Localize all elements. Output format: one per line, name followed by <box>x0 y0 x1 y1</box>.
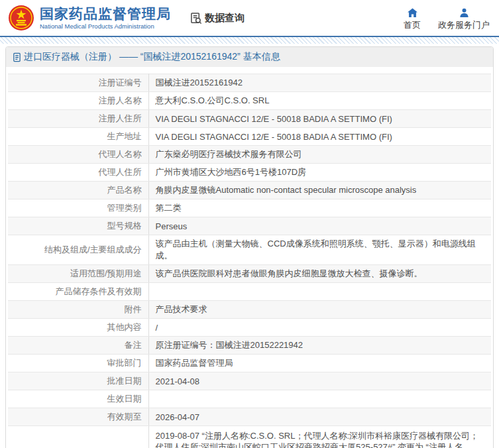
table-row: 备注 原注册证编号：国械注进20152221942 <box>8 337 491 355</box>
person-icon <box>459 6 469 18</box>
content-panel: 进口医疗器械（注册） —— “国械注进20152161942” 基本信息 注册证… <box>5 46 494 448</box>
home-label: 首页 <box>404 20 421 30</box>
table-row: 注册人住所 VIA DEGLI STAGNACCI 12/E - 50018 B… <box>8 110 491 128</box>
row-value: 国械注进20152161942 <box>148 74 491 92</box>
row-label: 管理类别 <box>8 199 148 217</box>
table-row: 管理类别 第二类 <box>8 199 491 217</box>
row-label: 注册人名称 <box>8 92 148 110</box>
row-value: 国家药品监督管理局 <box>148 355 491 372</box>
row-value: 2021-04-08 <box>148 372 491 390</box>
row-value: 原注册证编号：国械注进20152221942 <box>148 337 491 355</box>
row-label: 审批部门 <box>8 355 148 372</box>
row-label: 代理人住所 <box>8 164 148 182</box>
row-label: 注册证编号 <box>8 74 148 92</box>
registration-info-table: 注册证编号 国械注进20152161942 注册人名称 意大利C.S.O.公司C… <box>8 74 491 448</box>
row-value: 该产品供医院眼科对患者做眼角膜内皮细胞显微放大检查、摄像诊断。 <box>148 265 491 283</box>
national-emblem-icon <box>8 5 34 31</box>
row-label: 结构及组成/主要组成成分 <box>8 235 148 265</box>
table-row: 产品名称 角膜内皮显微镜Automatic non-contact specul… <box>8 182 491 199</box>
row-value <box>148 283 491 301</box>
nmpa-logo[interactable]: 国家药品监督管理局 National Medical Products Admi… <box>8 5 171 31</box>
row-value: 意大利C.S.O.公司C.S.O. SRL <box>148 92 491 110</box>
org-name-cn: 国家药品监督管理局 <box>40 6 171 22</box>
row-value <box>148 390 491 408</box>
row-label: 有效期至 <box>8 408 148 426</box>
table-row: 批准日期 2021-04-08 <box>8 372 491 390</box>
row-value: VIA DEGLI STAGNACCI 12/E - 50018 BADIA A… <box>148 128 491 146</box>
nav-data-query[interactable]: 数据查询 <box>190 12 245 25</box>
row-label: 生效日期 <box>8 390 148 408</box>
row-value: 广州市黄埔区大沙地西6号1号楼107D房 <box>148 164 491 182</box>
row-value: 角膜内皮显微镜Automatic non-contact specular mi… <box>148 182 491 199</box>
row-value: / <box>148 319 491 337</box>
row-label: 产品名称 <box>8 182 148 199</box>
row-label: 产品储存条件及有效期 <box>8 283 148 301</box>
table-row: 生产地址 VIA DEGLI STAGNACCI 12/E - 50018 BA… <box>8 128 491 146</box>
row-value: 该产品由主机（测量大物镜、CCD成像系统和照明系统、颚托、显示器）和电源线组成。 <box>148 235 491 265</box>
row-value: 广东燊必明医疗器械技术服务有限公司 <box>148 146 491 164</box>
org-name-en: National Medical Products Administration <box>40 23 171 30</box>
row-value: 第二类 <box>148 199 491 217</box>
row-label: 型号规格 <box>8 217 148 235</box>
table-row: 生效日期 <box>8 390 491 408</box>
table-row: 代理人名称 广东燊必明医疗器械技术服务有限公司 <box>8 146 491 164</box>
row-label: 代理人名称 <box>8 146 148 164</box>
page-title-bar: 进口医疗器械（注册） —— “国械注进20152161942” 基本信息 <box>6 47 493 67</box>
row-value: VIA DEGLI STAGNACCI 12/E - 50018 BADIA A… <box>148 110 491 128</box>
data-query-label: 数据查询 <box>205 12 245 25</box>
row-label: 适用范围/预期用途 <box>8 265 148 283</box>
row-label: 注册人住所 <box>8 110 148 128</box>
table-row: 有效期至 2026-04-07 <box>8 408 491 426</box>
nav-portal[interactable]: 政务服务门户 <box>438 6 490 30</box>
table-row: 其他内容 / <box>8 319 491 337</box>
row-value: Perseus <box>148 217 491 235</box>
portal-label: 政务服务门户 <box>438 20 490 30</box>
table-row: 适用范围/预期用途 该产品供医院眼科对患者做眼角膜内皮细胞显微放大检查、摄像诊断… <box>8 265 491 283</box>
row-value: 产品技术要求 <box>148 301 491 319</box>
table-row: 审批部门 国家药品监督管理局 <box>8 355 491 372</box>
page-header: 国家药品监督管理局 National Medical Products Admi… <box>0 0 499 36</box>
nav-home[interactable]: 首页 <box>404 6 421 30</box>
document-icon <box>13 52 21 62</box>
table-row: 结构及组成/主要组成成分 该产品由主机（测量大物镜、CCD成像系统和照明系统、颚… <box>8 235 491 265</box>
page-title: 进口医疗器械（注册） —— “国械注进20152161942” 基本信息 <box>24 51 280 63</box>
header-nav: 首页 政务服务门户 <box>404 6 490 30</box>
table-row-change-history: 变更情况 2019-08-07 “注册人名称:C.S.O. SRL；代理人名称:… <box>8 426 491 448</box>
row-label: 变更情况 <box>8 426 148 448</box>
home-icon <box>407 6 418 18</box>
document-search-icon <box>190 12 202 25</box>
org-names: 国家药品监督管理局 National Medical Products Admi… <box>40 6 171 30</box>
table-row: 注册人名称 意大利C.S.O.公司C.S.O. SRL <box>8 92 491 110</box>
table-row: 代理人住所 广州市黄埔区大沙地西6号1号楼107D房 <box>8 164 491 182</box>
table-row: 产品储存条件及有效期 <box>8 283 491 301</box>
striped-band <box>0 37 499 44</box>
row-value: 2019-08-07 “注册人名称:C.S.O. SRL；代理人名称:深圳市科裕… <box>148 426 491 448</box>
row-value: 2026-04-07 <box>148 408 491 426</box>
row-label: 其他内容 <box>8 319 148 337</box>
row-label: 备注 <box>8 337 148 355</box>
row-label: 生产地址 <box>8 128 148 146</box>
table-row: 型号规格 Perseus <box>8 217 491 235</box>
table-row: 注册证编号 国械注进20152161942 <box>8 74 491 92</box>
row-label: 附件 <box>8 301 148 319</box>
table-row: 附件 产品技术要求 <box>8 301 491 319</box>
row-label: 批准日期 <box>8 372 148 390</box>
